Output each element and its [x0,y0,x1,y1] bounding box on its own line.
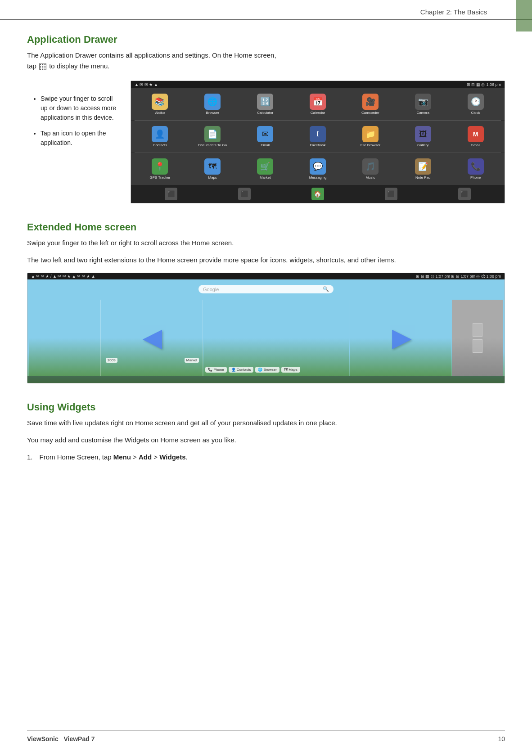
app-docs-label: Documents To Go [198,143,227,147]
bottom-icon-2[interactable]: ⬛ [238,188,251,200]
footer-brand-product: ViewSonic ViewPad 7 [27,735,95,742]
page-footer: ViewSonic ViewPad 7 10 [27,730,505,742]
using-widgets-body2: You may add and customise the Widgets on… [27,435,505,446]
bottom-icon-4[interactable]: ⬛ [458,188,471,200]
chapter-title: Chapter 2: The Basics [420,8,487,16]
statusbar-left-icons: ▲ ✉ ✉ ★ ▲ [135,82,158,87]
app-camcorder-label: Camcorder [361,111,379,115]
step1-mid: > [131,453,139,461]
app-camera-label: Camera [416,111,429,115]
app-maps[interactable]: 🗺 Maps [187,157,238,181]
app-drawer-title: Application Drawer [27,34,505,45]
app-email-label: Email [261,143,270,147]
app-gps-label: GPS Tracker [150,176,171,180]
home-statusbar: ▲ ✉ ✉ ★ / ▲ ✉ ✉ ★ ▲ ✉ ✉ ★ ▲ ⊞ ⊟ ▦ ◎ 1:07… [27,273,505,279]
app-music-label: Music [365,176,375,180]
right-panel-square-2 [473,339,482,353]
bullet-1: Swipe your finger to scroll up or down t… [41,94,117,122]
app-browser-icon: 🌐 [204,94,221,110]
app-email[interactable]: ✉ Email [240,124,291,149]
app-gmail-label: Gmail [471,143,480,147]
app-notepad-icon: 📝 [415,158,431,175]
left-arrow[interactable]: ◀ [143,324,161,351]
step1-prefix: 1. From Home Screen, tap [27,453,113,461]
app-gps-icon: 📍 [152,158,168,175]
app-gmail[interactable]: M Gmail [450,124,501,149]
app-camera-icon: 📷 [415,94,431,110]
bullet-2: Tap an icon to open the application. [41,129,117,148]
app-gps-tracker[interactable]: 📍 GPS Tracker [135,157,185,181]
extended-home-body2: The two left and two right extensions to… [27,255,505,266]
extended-home-title: Extended Home screen [27,221,505,233]
using-widgets-title: Using Widgets [27,401,505,413]
app-drawer-screenshot: ▲ ✉ ✉ ★ ▲ ⊞ ⊟ ▦ ◎ 1:06 pm 📚 Aldiko 🌐 Bro… [131,81,505,203]
footer-page-number: 10 [498,735,505,742]
app-filebrowser-icon: 📁 [362,126,379,142]
app-notepad[interactable]: 📝 Note Pad [397,157,448,181]
app-maps-label: Maps [208,176,217,180]
home-app-phone[interactable]: 📞 Phone [205,367,226,373]
footer-product: ViewPad 7 [63,735,95,742]
app-gallery[interactable]: 🖼 Gallery [397,124,448,149]
app-aldiko[interactable]: 📚 Aldiko [135,92,185,117]
app-messaging-icon: 💬 [310,158,326,175]
bottom-icon-1[interactable]: ⬛ [165,188,177,200]
app-music[interactable]: 🎵 Music [345,157,396,181]
app-clock[interactable]: 🕐 Clock [450,92,501,117]
app-camera[interactable]: 📷 Camera [397,92,448,117]
app-phone-icon: 📞 [468,158,484,175]
app-facebook-icon: f [310,126,326,142]
app-clock-icon: 🕐 [468,94,484,110]
home-app-browser[interactable]: 🌐 Browser [255,367,280,373]
app-phone[interactable]: 📞 Phone [450,157,501,181]
app-grid-row1: 📚 Aldiko 🌐 Browser 🔢 Calculator 📅 Calend… [131,88,505,120]
main-content: Application Drawer The Application Drawe… [0,20,532,499]
app-market-icon: 🛒 [257,158,273,175]
step1-end: . [186,453,188,461]
app-grid-row2: 👤 Contacts 📄 Documents To Go ✉ Email f F… [131,121,505,153]
google-search-bar[interactable]: Google 🔍 [198,285,334,293]
app-calculator[interactable]: 🔢 Calculator [240,92,291,117]
home-app-contacts[interactable]: 👤 Contacts [229,367,254,373]
app-market[interactable]: 🛒 Market [240,157,291,181]
search-icon: 🔍 [323,286,329,292]
grid-icon [39,63,46,70]
app-gmail-icon: M [468,126,484,142]
app-docs-icon: 📄 [204,126,221,142]
app-clock-label: Clock [471,111,480,115]
app-market-label: Market [260,176,271,180]
home-app-maps[interactable]: 🗺 Maps [281,367,300,373]
right-panel-square-1 [473,323,482,337]
home-screenshot: ▲ ✉ ✉ ★ / ▲ ✉ ✉ ★ ▲ ✉ ✉ ★ ▲ ⊞ ⊟ ▦ ◎ 1:07… [27,273,505,383]
extended-home-section: Extended Home screen Swipe your finger t… [27,221,505,383]
app-browser-label: Browser [206,111,219,115]
footer-brand: ViewSonic [27,735,59,742]
app-drawer-body-text1: The Application Drawer contains all appl… [27,51,276,59]
using-widgets-body1: Save time with live updates right on Hom… [27,418,505,428]
app-drawer-body-text2: to display the menu. [49,62,109,70]
chapter-tab [516,0,532,32]
app-contacts[interactable]: 👤 Contacts [135,124,185,149]
app-drawer-bottom-bar: ⬛ ⬛ 🏠 ⬛ ⬛ [131,185,505,203]
bottom-icon-3[interactable]: ⬛ [385,188,397,200]
app-file-browser[interactable]: 📁 File Browser [345,124,396,149]
app-facebook[interactable]: f Facebook [293,124,343,149]
app-aldiko-label: Aldiko [155,111,165,115]
app-maps-icon: 🗺 [204,158,221,175]
app-camcorder[interactable]: 🎥 Camcorder [345,92,396,117]
statusbar-time: 1:06 pm [486,82,501,87]
app-contacts-icon: 👤 [152,126,168,142]
app-calendar[interactable]: 📅 Calendar [293,92,343,117]
chapter-header: Chapter 2: The Basics [0,0,532,20]
app-drawer-section: Application Drawer The Application Drawe… [27,34,505,203]
app-phone-label: Phone [470,176,481,180]
app-documents-to-go[interactable]: 📄 Documents To Go [187,124,238,149]
step1-widgets: Widgets [159,453,185,461]
app-drawer-body: The Application Drawer contains all appl… [27,50,505,72]
app-drawer-content-area: Swipe your finger to scroll up or down t… [27,81,505,203]
app-messaging[interactable]: 💬 Messaging [293,157,343,181]
right-arrow[interactable]: ▶ [392,324,410,351]
app-browser[interactable]: 🌐 Browser [187,92,238,117]
bottom-icon-home[interactable]: 🏠 [311,188,324,200]
app-calendar-icon: 📅 [310,94,326,110]
